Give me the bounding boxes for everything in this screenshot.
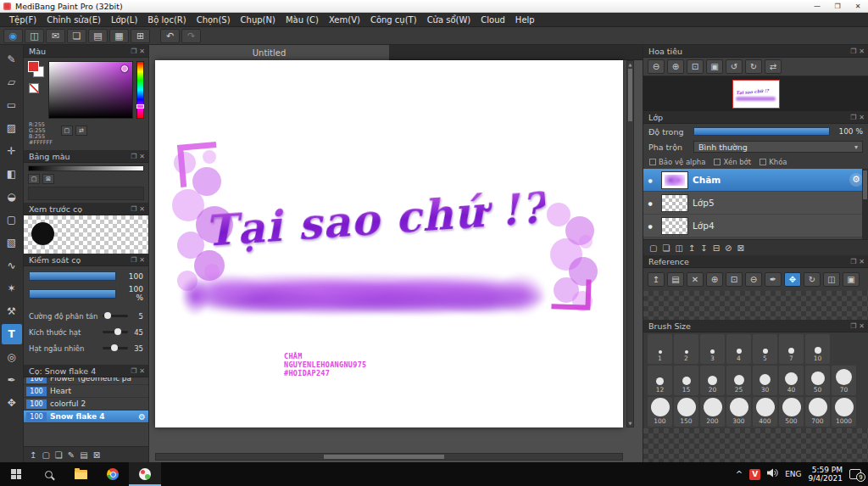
canvas-vertical-scrollbar[interactable]: ▲ ▼ — [626, 60, 634, 427]
hue-cursor-icon[interactable] — [136, 104, 144, 109]
brush-menu-icon[interactable]: ▤ — [80, 450, 87, 460]
brush-size-option[interactable]: 12 — [648, 366, 672, 395]
layer-option-checkbox[interactable]: Bảo vệ alpha — [649, 158, 705, 166]
brush-folder-icon[interactable]: ❏ — [55, 450, 63, 460]
brush-size-option[interactable]: 30 — [753, 366, 777, 395]
colorful 2[interactable]: 100 colorful 2 ⚙ — [24, 398, 148, 411]
brush-size-option[interactable]: 25 — [726, 366, 751, 395]
start-button[interactable] — [0, 462, 32, 486]
Chăm[interactable]: ● Chăm ⚙ — [643, 169, 868, 192]
popout-icon[interactable]: ❐ — [131, 47, 136, 55]
navigator-viewport[interactable]: Tại sao chứ !? — [732, 80, 780, 109]
open-folder-icon[interactable]: ▤ — [667, 272, 684, 287]
popout-icon[interactable]: ❐ — [131, 256, 136, 264]
param-slider[interactable] — [103, 347, 128, 349]
brush-size-option[interactable]: 70 — [832, 366, 856, 395]
layer-visibility-icon[interactable]: ● — [643, 223, 657, 229]
Flower (geometric pa[interactable]: 100 Flower (geometric pa ⚙ — [24, 377, 148, 385]
layer-down-icon[interactable]: ↧ — [700, 243, 707, 253]
transparent-color-swatch[interactable] — [29, 83, 39, 93]
brush-size-option[interactable]: 15 — [674, 366, 698, 395]
palette-gradient-bar[interactable] — [28, 165, 144, 171]
close-icon[interactable]: ✕ — [139, 256, 145, 264]
scrollbar-thumb[interactable] — [324, 455, 444, 459]
brush-size-slider[interactable]: 100 — [29, 271, 143, 281]
taskbar-search-button[interactable] — [32, 462, 64, 486]
brush-size-option[interactable]: 7 — [779, 334, 804, 364]
popout-icon[interactable]: ❐ — [850, 47, 856, 55]
ref-flip-icon[interactable]: ◫ — [823, 272, 840, 287]
slider-knob[interactable] — [104, 312, 111, 319]
canvas[interactable]: Tại sao chứ !? CHĂMNGUYENLEHOANGNU975#HO… — [155, 60, 623, 427]
popout-icon[interactable]: ❐ — [131, 205, 136, 213]
zoom-in-icon[interactable]: ⊕ — [667, 59, 684, 74]
file-explorer-button[interactable] — [64, 462, 97, 486]
lasso-tool-icon[interactable]: ∿ — [2, 255, 22, 276]
volume-icon[interactable] — [767, 468, 778, 480]
maximize-button[interactable]: ❐ — [827, 0, 848, 12]
new-brush-icon[interactable]: ▢ — [42, 450, 49, 460]
checkbox-icon[interactable] — [760, 159, 766, 165]
menu-item[interactable]: Chọn(S) — [192, 15, 236, 25]
ref-zoom-out-icon[interactable]: ⊖ — [745, 272, 762, 287]
delete-swatch-icon[interactable]: ⊠ — [42, 174, 54, 184]
brush-param-row[interactable]: Hạt ngẫu nhiên 35 — [29, 341, 143, 355]
add-color-icon[interactable]: ▢ — [61, 126, 73, 136]
Snow flake 4[interactable]: 100 Snow flake 4 ⚙ — [24, 411, 148, 423]
undo-icon[interactable]: ↶ — [160, 29, 180, 43]
edit-brush-icon[interactable]: ✎ — [68, 450, 75, 460]
chrome-button[interactable] — [97, 462, 129, 486]
add-swatch-icon[interactable]: ▢ — [28, 174, 40, 184]
Lớp5[interactable]: ● Lớp5 ⚙ — [643, 192, 868, 215]
export-icon[interactable]: ◫ — [25, 29, 44, 43]
shape-tool-icon[interactable]: ▢ — [2, 209, 22, 230]
close-icon[interactable]: ✕ — [139, 153, 145, 160]
ref-rotate-icon[interactable]: ↻ — [804, 272, 821, 287]
close-icon[interactable]: ✕ — [859, 47, 865, 55]
menu-item[interactable]: Chụp(N) — [236, 15, 281, 25]
brush-opacity-slider[interactable]: 100 % — [29, 285, 143, 302]
rect-tool-icon[interactable]: ▭ — [2, 95, 22, 115]
hand-tool-icon[interactable]: ✥ — [2, 393, 22, 413]
brush-size-option[interactable]: 2 — [674, 334, 698, 364]
layer-opacity-slider[interactable] — [693, 127, 830, 136]
brush-size-option[interactable]: 4 — [726, 334, 751, 364]
eyedropper-tool-icon[interactable]: ✒ — [2, 370, 22, 390]
language-indicator[interactable]: ENG — [785, 470, 801, 478]
zoom-tool-icon[interactable]: ◎ — [2, 347, 22, 367]
brush-size-option[interactable]: 1 — [648, 334, 672, 364]
brush-size-option[interactable]: 700 — [805, 397, 830, 427]
back-icon[interactable]: ↥ — [648, 272, 665, 287]
rotate-left-icon[interactable]: ↺ — [726, 59, 743, 74]
brush-size-option[interactable]: 3 — [700, 334, 725, 364]
close-icon[interactable]: ✕ — [859, 322, 865, 330]
brush-size-option[interactable]: 400 — [753, 397, 777, 427]
popout-icon[interactable]: ❐ — [850, 322, 856, 330]
popout-icon[interactable]: ❐ — [850, 114, 856, 121]
scrollbar-thumb[interactable] — [628, 69, 632, 121]
color-cursor-icon[interactable] — [121, 65, 128, 72]
layer-visibility-icon[interactable]: ● — [643, 200, 657, 206]
pen-tool-icon[interactable]: ✎ — [2, 49, 22, 70]
grid-icon[interactable]: ▦ — [109, 29, 129, 43]
menu-item[interactable]: Cửa sổ(W) — [422, 15, 476, 25]
menu-item[interactable]: Xem(V) — [324, 15, 365, 25]
magic-wand-tool-icon[interactable]: ✶ — [2, 278, 22, 299]
layer-visibility-icon[interactable]: ● — [643, 177, 657, 183]
popout-icon[interactable]: ❐ — [131, 153, 136, 160]
gear-icon[interactable]: ⚙ — [849, 173, 863, 187]
rotate-right-icon[interactable]: ↻ — [745, 59, 762, 74]
blend-mode-dropdown[interactable]: Bình thường ▾ — [693, 141, 863, 153]
unikey-tray-icon[interactable]: V — [749, 469, 760, 480]
brush-size-option[interactable]: 20 — [700, 366, 725, 395]
brush-size-option[interactable]: 10 — [805, 334, 830, 364]
checkbox-icon[interactable] — [714, 159, 721, 165]
eraser-tool-icon[interactable]: ▱ — [2, 72, 22, 92]
ref-hand-icon[interactable]: ✥ — [784, 272, 801, 287]
brush-size-option[interactable]: 40 — [779, 366, 804, 395]
brush-param-row[interactable]: Kích thước hạt 45 — [29, 325, 143, 339]
select-tool-icon[interactable]: ▧ — [2, 232, 22, 253]
layer-option-checkbox[interactable]: Xén bớt — [714, 158, 751, 166]
minimize-button[interactable]: — — [807, 0, 827, 12]
menu-item[interactable]: Bộ lọc(R) — [142, 15, 191, 25]
